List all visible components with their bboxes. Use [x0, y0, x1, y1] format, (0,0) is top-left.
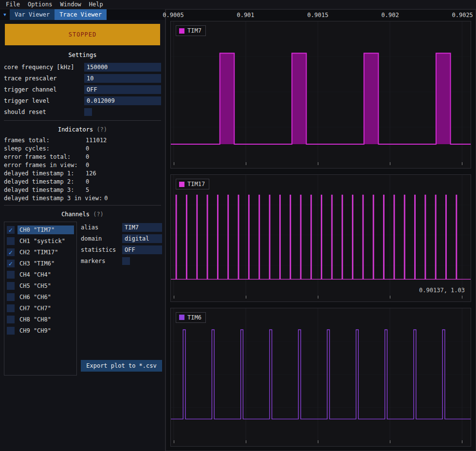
setting-row: should reset: [4, 106, 161, 117]
channel-label[interactable]: CH9 "CH9": [18, 326, 74, 335]
channel-label[interactable]: CH8 "CH8": [18, 315, 74, 324]
indicator-value: 0: [86, 178, 89, 185]
channel-checkbox[interactable]: [7, 237, 15, 245]
channel-checkbox[interactable]: [7, 316, 15, 323]
channel-label[interactable]: CH1 "systick": [18, 237, 74, 245]
channel-checkbox[interactable]: [7, 248, 15, 256]
trace-prescaler-input[interactable]: 10: [84, 74, 161, 83]
channel-label[interactable]: CH5 "CH5": [18, 282, 74, 290]
markers-checkbox[interactable]: [122, 257, 130, 265]
menu-bar: FileOptionsWindowHelp: [0, 0, 476, 9]
trigger-level-input[interactable]: 0.012009: [84, 96, 161, 105]
should-reset-checkbox[interactable]: [84, 108, 92, 116]
channel-row[interactable]: CH1 "systick": [6, 235, 75, 246]
acquisition-state-button[interactable]: STOPPED: [5, 24, 160, 45]
channel-row[interactable]: CH6 "CH6": [6, 291, 75, 302]
legend-tim6[interactable]: TIM6: [176, 312, 206, 323]
channel-row[interactable]: CH3 "TIM6": [6, 258, 75, 269]
indicator-row: delayed timestamp 1:126: [4, 169, 161, 177]
channel-label[interactable]: CH6 "CH6": [18, 293, 74, 301]
channel-row[interactable]: CH2 "TIM17": [6, 246, 75, 258]
plot-canvas-tim17[interactable]: [171, 175, 471, 295]
legend-label: TIM6: [187, 314, 201, 321]
setting-row: trigger level0.012009: [4, 95, 161, 106]
export-csv-button[interactable]: Export plot to *.csv: [81, 360, 162, 372]
channel-label[interactable]: CH2 "TIM17": [18, 248, 74, 257]
separator: [4, 205, 161, 206]
statistics-select[interactable]: OFF: [122, 245, 162, 254]
x-axis-tick-label: 0.9015: [307, 12, 328, 19]
indicator-value: 5: [86, 187, 89, 193]
channel-checkbox[interactable]: [7, 271, 15, 279]
legend-tim7[interactable]: TIM7: [176, 25, 206, 36]
markers-label: markers: [81, 258, 122, 264]
legend-swatch-icon: [179, 28, 184, 34]
channels-help-icon[interactable]: (?): [93, 211, 104, 218]
tick-mark: [390, 440, 390, 443]
indicator-label: error frames in view:: [4, 162, 86, 169]
channel-row[interactable]: CH0 "TIM7": [6, 224, 75, 235]
setting-control: 150000: [84, 63, 161, 72]
channel-row[interactable]: CH8 "CH8": [6, 314, 75, 325]
x-axis-ticks: [171, 296, 471, 301]
setting-control: 0.012009: [84, 96, 161, 105]
channel-row[interactable]: CH9 "CH9": [6, 325, 75, 336]
plot-tim17[interactable]: TIM170.90137, 1.03: [170, 174, 471, 301]
plot-tim6[interactable]: TIM6: [170, 308, 471, 447]
channel-row[interactable]: CH7 "CH7": [6, 302, 75, 314]
indicator-label: delayed timestamp 3:: [4, 187, 86, 193]
x-axis-labels: 0.90050.9010.90150.9020.9025: [170, 12, 471, 19]
indicator-value: 0: [86, 162, 89, 169]
channel-label[interactable]: CH0 "TIM7": [18, 226, 74, 234]
indicator-row: frames total:111012: [4, 136, 161, 144]
alias-input[interactable]: TIM7: [122, 223, 162, 232]
collapse-arrow-icon[interactable]: ▼: [0, 9, 10, 20]
waveform-tim7: [171, 53, 471, 144]
menu-item-window[interactable]: Window: [56, 1, 85, 8]
tick-mark: [246, 296, 246, 299]
x-axis-ticks: [171, 162, 471, 168]
indicator-row: delayed timestamp 3 in view:0: [4, 194, 161, 202]
plot-canvas-tim6[interactable]: [171, 308, 471, 440]
tick-mark: [318, 296, 318, 299]
core-frequency-kHz-input[interactable]: 150000: [84, 63, 161, 72]
menu-item-file[interactable]: File: [2, 1, 24, 8]
tab-trace-viewer[interactable]: Trace Viewer: [55, 9, 107, 20]
domain-select[interactable]: digital: [122, 234, 162, 243]
channel-label[interactable]: CH7 "CH7": [18, 304, 74, 313]
channel-label[interactable]: CH3 "TIM6": [18, 259, 74, 268]
plot-canvas-tim7[interactable]: [171, 21, 471, 162]
alias-label: alias: [81, 224, 122, 231]
indicator-row: sleep cycles:0: [4, 144, 161, 152]
channel-label[interactable]: CH4 "CH4": [18, 270, 74, 279]
tick-mark: [246, 162, 246, 165]
tick-mark: [462, 296, 462, 299]
channel-checkbox[interactable]: [7, 260, 15, 267]
main-area: ▼ Var ViewerTrace Viewer STOPPED Setting…: [0, 9, 476, 451]
tick-mark: [174, 162, 174, 165]
channel-checkbox[interactable]: [7, 293, 15, 301]
indicators-help-icon[interactable]: (?): [96, 126, 107, 133]
tab-var-viewer[interactable]: Var Viewer: [10, 9, 55, 20]
control-panel: ▼ Var ViewerTrace Viewer STOPPED Setting…: [0, 9, 165, 451]
domain-label: domain: [81, 235, 122, 242]
channel-checkbox[interactable]: [7, 226, 15, 234]
setting-label: trigger channel: [4, 86, 84, 93]
tick-mark: [318, 162, 318, 165]
legend-tim17[interactable]: TIM17: [176, 179, 209, 189]
indicator-value: 0: [86, 153, 89, 160]
channel-checkbox[interactable]: [7, 282, 15, 290]
plot-tim7[interactable]: TIM7: [170, 21, 471, 169]
menu-item-help[interactable]: Help: [85, 1, 107, 8]
indicator-value: 0: [86, 145, 89, 152]
setting-control: 10: [84, 74, 161, 83]
trigger-channel-select[interactable]: OFF: [84, 85, 161, 94]
indicator-value: 111012: [86, 137, 107, 144]
channel-row[interactable]: CH5 "CH5": [6, 280, 75, 291]
channel-row[interactable]: CH4 "CH4": [6, 269, 75, 280]
cursor-position-readout: 0.90137, 1.03: [419, 287, 465, 294]
channel-checkbox[interactable]: [7, 304, 15, 312]
menu-item-options[interactable]: Options: [24, 1, 56, 8]
channel-checkbox[interactable]: [7, 327, 15, 335]
indicator-row: delayed timestamp 3:5: [4, 186, 161, 194]
